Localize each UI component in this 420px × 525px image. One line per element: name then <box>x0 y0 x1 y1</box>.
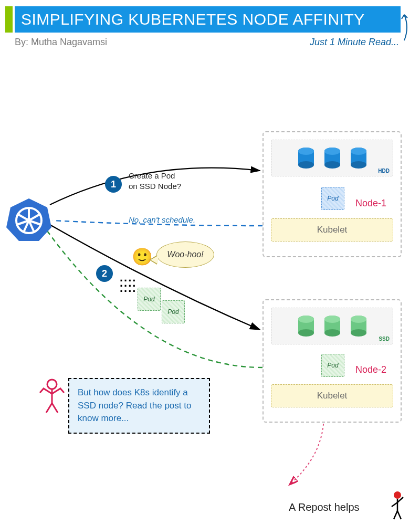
svg-point-28 <box>324 329 340 337</box>
pod-node2: Pod <box>321 354 344 377</box>
woohoo-bubble: Woo-hoo! <box>156 242 214 268</box>
svg-point-25 <box>298 316 314 323</box>
svg-point-29 <box>324 316 340 323</box>
disk-type-label: SSD <box>379 336 390 342</box>
kubelet-box: Kubelet <box>271 218 393 242</box>
woohoo-text: Woo-hoo! <box>167 250 203 259</box>
svg-point-17 <box>324 148 340 155</box>
kubernetes-icon <box>6 197 51 242</box>
person-shrug-icon <box>37 378 67 415</box>
node-1-name: Node-1 <box>355 198 403 209</box>
page-title: SIMPLIFYING KUBERNETES NODE AFFINITY <box>15 6 401 33</box>
node-2: SSD Pod Node-2 Kubelet <box>262 299 402 423</box>
ssd-disk-icon <box>298 315 314 337</box>
hdd-disk-icon <box>324 147 341 169</box>
question-callout: But how does K8s identify a SSD node? Re… <box>68 378 210 434</box>
readtime-arrow-icon <box>399 12 411 43</box>
svg-point-13 <box>298 148 314 155</box>
svg-point-21 <box>351 148 366 155</box>
svg-point-12 <box>298 161 314 169</box>
kubelet-box: Kubelet <box>271 384 393 407</box>
traveling-pod: Pod <box>138 288 161 311</box>
ssd-disk-icon <box>324 315 341 337</box>
node-2-name: Node-2 <box>355 364 386 375</box>
svg-point-33 <box>351 316 366 323</box>
disk-row-ssd: SSD <box>271 308 393 344</box>
step-badge-2: 2 <box>96 265 113 282</box>
svg-point-24 <box>298 329 314 337</box>
response-no-label: No, can't schedule. <box>129 215 195 224</box>
connectors-layer <box>0 0 420 525</box>
byline: By: Mutha Nagavamsi <box>15 37 107 48</box>
ellipsis-icon: ············ <box>120 278 136 294</box>
person-wave-icon <box>388 491 406 520</box>
accent-bar <box>5 6 13 33</box>
hdd-disk-icon <box>298 147 314 169</box>
repost-text: A Repost helps <box>289 501 360 513</box>
diagram-root: SIMPLIFYING KUBERNETES NODE AFFINITY By:… <box>0 0 420 525</box>
disk-row-hdd: HDD <box>271 140 393 176</box>
svg-point-16 <box>324 161 340 169</box>
svg-point-34 <box>47 380 57 389</box>
traveling-pod: Pod <box>162 300 185 323</box>
node-1: HDD Pod Node-1 Kubelet <box>262 131 402 257</box>
ssd-disk-icon <box>350 315 367 337</box>
read-time: Just 1 Minute Read... <box>310 37 399 48</box>
disk-type-label: HDD <box>378 168 390 174</box>
svg-point-20 <box>351 161 366 169</box>
step-badge-1: 1 <box>105 176 122 193</box>
hdd-disk-icon <box>350 147 367 169</box>
svg-point-32 <box>351 329 366 337</box>
pod-node1: Pod <box>321 187 344 210</box>
step-1-label: Create a Pod on SSD Node? <box>129 171 181 191</box>
svg-point-36 <box>394 491 401 499</box>
